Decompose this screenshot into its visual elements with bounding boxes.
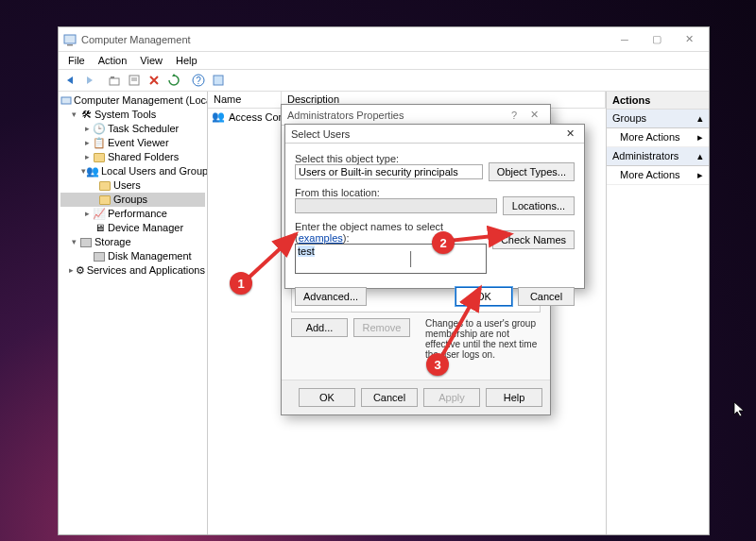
mouse-cursor-icon: [733, 401, 747, 422]
cancel-button[interactable]: Cancel: [361, 388, 418, 407]
computer-icon: [60, 94, 72, 108]
object-type-label: Select this object type:: [295, 153, 483, 164]
titlebar: Computer Management ─ ▢ ✕: [59, 27, 709, 52]
actions-more-groups[interactable]: More Actions▸: [607, 128, 709, 147]
chevron-right-icon: ▸: [697, 169, 703, 181]
svg-rect-0: [64, 35, 76, 43]
clock-icon: 🕒: [93, 123, 106, 136]
remove-button: Remove: [353, 318, 410, 337]
ok-button[interactable]: OK: [299, 388, 355, 407]
storage-icon: [79, 236, 93, 249]
dialog-title: Select Users: [291, 128, 350, 140]
folder-icon: [98, 194, 112, 207]
location-field: [295, 198, 497, 213]
actions-pane: Actions Groups▴ More Actions▸ Administra…: [607, 92, 709, 534]
menu-help[interactable]: Help: [170, 55, 203, 66]
tree-services-apps[interactable]: Services and Applications: [87, 263, 205, 278]
device-icon: 🖥: [93, 222, 106, 235]
performance-icon: 📈: [93, 208, 106, 221]
actions-section-groups[interactable]: Groups▴: [607, 110, 709, 128]
svg-rect-10: [61, 97, 71, 104]
menu-file[interactable]: File: [62, 55, 91, 66]
menubar: File Action View Help: [59, 52, 709, 69]
tree-system-tools[interactable]: System Tools: [94, 108, 156, 122]
svg-rect-2: [110, 78, 119, 85]
object-types-button[interactable]: Object Types...: [489, 162, 575, 181]
wrench-icon: 🛠: [79, 109, 93, 122]
users-icon: 👥: [86, 165, 99, 178]
collapse-icon: ▴: [697, 150, 703, 162]
nav-tree[interactable]: Computer Management (Local) ▾🛠System Too…: [59, 92, 208, 534]
cancel-button[interactable]: Cancel: [518, 287, 575, 306]
svg-rect-1: [67, 44, 73, 46]
location-label: From this location:: [295, 187, 497, 198]
tree-performance[interactable]: Performance: [108, 207, 167, 221]
help-icon[interactable]: ?: [504, 110, 524, 121]
annotation-badge-3: 3: [426, 353, 449, 376]
tree-storage[interactable]: Storage: [94, 235, 131, 249]
object-type-field: Users or Built-in security principals: [295, 164, 483, 179]
tree-root[interactable]: Computer Management (Local): [74, 93, 208, 108]
object-names-label: Enter the object names to select (exampl…: [295, 221, 487, 244]
close-icon[interactable]: ✕: [562, 127, 578, 140]
close-icon[interactable]: ✕: [524, 109, 544, 121]
forward-button[interactable]: [80, 71, 99, 90]
minimize-button[interactable]: ─: [609, 29, 641, 50]
group-icon: 👥: [212, 110, 225, 123]
annotation-badge-1: 1: [230, 272, 252, 295]
help-icon[interactable]: ?: [189, 71, 208, 90]
view-button[interactable]: [209, 71, 228, 90]
actions-header: Actions: [607, 92, 709, 110]
tree-shared-folders[interactable]: Shared Folders: [108, 150, 179, 164]
actions-more-admins[interactable]: More Actions▸: [607, 166, 709, 185]
back-button[interactable]: [60, 71, 79, 90]
col-name[interactable]: Name: [208, 92, 282, 108]
tree-device-manager[interactable]: Device Manager: [108, 221, 183, 235]
window-title: Computer Management: [81, 34, 609, 45]
chevron-right-icon: ▸: [697, 131, 703, 144]
tree-local-users-groups[interactable]: Local Users and Groups: [101, 164, 208, 178]
app-icon: [62, 32, 77, 47]
up-button[interactable]: [105, 71, 124, 90]
actions-section-admins[interactable]: Administrators▴: [607, 147, 709, 166]
apply-button: Apply: [423, 388, 480, 407]
dialog-title: Administrators Properties: [287, 110, 404, 121]
delete-button[interactable]: [145, 71, 163, 90]
tree-event-viewer[interactable]: Event Viewer: [108, 136, 169, 150]
event-icon: 📋: [93, 137, 106, 150]
text-cursor-icon: │: [407, 251, 416, 266]
refresh-button[interactable]: [164, 71, 183, 90]
disk-icon: [93, 250, 106, 263]
check-names-button[interactable]: Check Names: [492, 230, 575, 249]
select-users-dialog: Select Users ✕ Select this object type: …: [284, 124, 585, 289]
examples-link[interactable]: examples: [299, 232, 343, 244]
menu-view[interactable]: View: [134, 55, 168, 66]
toolbar: ?: [59, 69, 709, 92]
tree-users[interactable]: Users: [113, 178, 141, 193]
maximize-button[interactable]: ▢: [641, 29, 673, 50]
object-names-input[interactable]: test │: [295, 244, 487, 274]
tree-groups[interactable]: Groups: [113, 193, 147, 207]
folder-icon: [93, 151, 106, 164]
services-icon: ⚙: [76, 264, 85, 278]
tree-task-scheduler[interactable]: Task Scheduler: [108, 122, 179, 136]
add-button[interactable]: Add...: [291, 318, 348, 337]
svg-rect-3: [111, 76, 114, 78]
close-button[interactable]: ✕: [673, 29, 705, 50]
collapse-icon: ▴: [697, 112, 703, 125]
help-button[interactable]: Help: [486, 388, 542, 407]
menu-action[interactable]: Action: [93, 55, 133, 66]
svg-rect-9: [214, 76, 223, 85]
ok-button[interactable]: OK: [455, 287, 512, 306]
locations-button[interactable]: Locations...: [503, 196, 575, 215]
folder-icon: [98, 179, 112, 193]
annotation-badge-2: 2: [432, 231, 455, 254]
tree-disk-mgmt[interactable]: Disk Management: [108, 249, 192, 263]
svg-text:?: ?: [196, 76, 201, 86]
props-button[interactable]: [125, 71, 144, 90]
advanced-button[interactable]: Advanced...: [295, 287, 367, 306]
